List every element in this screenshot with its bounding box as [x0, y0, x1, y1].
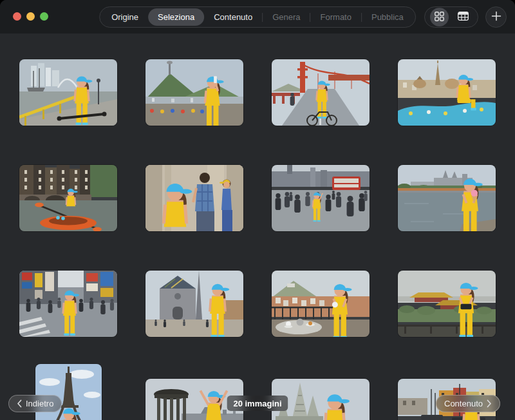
- photo-woman-ice-cream-prague-river-castle[interactable]: [398, 165, 496, 231]
- grid-view-icon: [435, 12, 444, 23]
- tab-origine[interactable]: Origine: [102, 8, 148, 26]
- tab-contenuto[interactable]: Contenuto: [204, 8, 262, 26]
- photo-woman-kayaking-amsterdam-canal[interactable]: [19, 165, 117, 231]
- chevron-left-icon: [17, 399, 22, 408]
- window-controls: [13, 12, 48, 21]
- close-button[interactable]: [13, 12, 21, 21]
- photo-woman-cafe-terrace-lisbon-view[interactable]: [272, 271, 370, 337]
- minimize-button[interactable]: [26, 12, 35, 21]
- chevron-right-icon: [487, 399, 492, 408]
- next-button-label: Contenuto: [444, 399, 483, 408]
- view-mode-toggle: [424, 6, 478, 28]
- photo-woman-walking-past-couple-street[interactable]: [145, 165, 243, 231]
- photo-woman-pushing-bicycle-harbor-skyscrapers[interactable]: [19, 59, 117, 126]
- image-count-badge: 20 immagini: [227, 396, 288, 411]
- photo-grid: [0, 0, 515, 420]
- title-bar: Origine Seleziona Contenuto Genera Forma…: [0, 0, 515, 33]
- tab-seleziona[interactable]: Seleziona: [148, 8, 204, 26]
- photo-woman-shibuya-crossing-tokyo[interactable]: [19, 271, 117, 337]
- plus-icon: [491, 11, 501, 23]
- grid-view-button[interactable]: [430, 8, 449, 26]
- photo-woman-cycling-golden-gate-bridge[interactable]: [272, 59, 370, 126]
- table-view-button[interactable]: [454, 8, 473, 26]
- photo-woman-sitting-park-guell-barcelona[interactable]: [398, 59, 496, 126]
- photo-woman-drinking-water-seoul-tower-hill[interactable]: [145, 59, 243, 126]
- app-window: Origine Seleziona Contenuto Genera Forma…: [0, 0, 515, 420]
- tab-bar: Origine Seleziona Contenuto Genera Forma…: [99, 6, 416, 28]
- tab-formato[interactable]: Formato: [311, 8, 361, 26]
- tab-genera[interactable]: Genera: [263, 8, 310, 26]
- photo-woman-st-stephens-cathedral-vienna[interactable]: [145, 271, 243, 337]
- back-button-label: Indietro: [26, 399, 53, 408]
- table-view-icon: [458, 12, 469, 23]
- zoom-button[interactable]: [40, 12, 48, 21]
- image-count-label: 20 immagini: [233, 399, 281, 408]
- back-button[interactable]: Indietro: [8, 395, 62, 412]
- add-button[interactable]: [485, 6, 507, 28]
- photo-woman-binoculars-forbidden-city-beijing[interactable]: [398, 271, 496, 337]
- tab-pubblica[interactable]: Pubblica: [362, 8, 413, 26]
- next-button[interactable]: Contenuto: [436, 395, 500, 412]
- photo-woman-waving-london-crowd-red-bus[interactable]: [272, 165, 370, 231]
